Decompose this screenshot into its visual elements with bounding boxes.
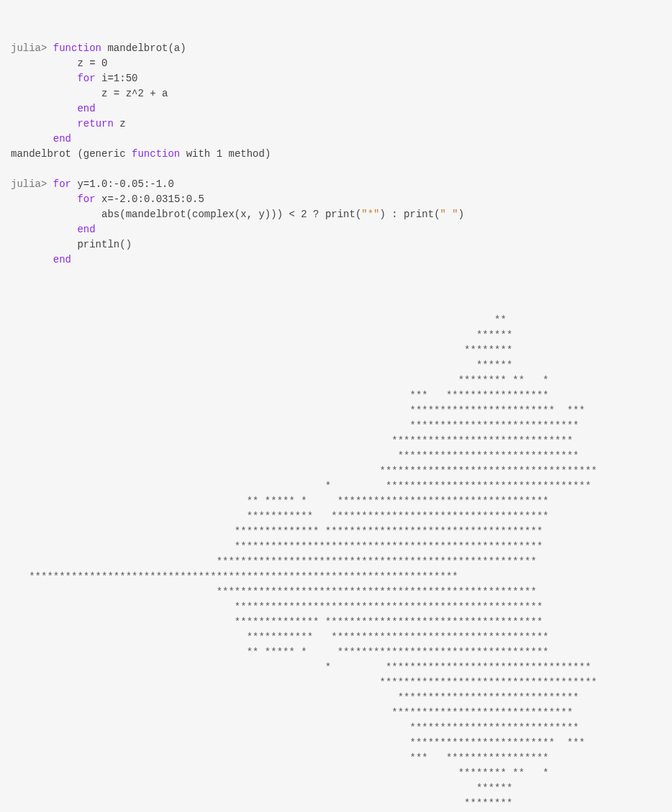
- number-literal: 0.5: [186, 193, 204, 205]
- string-literal: " ": [440, 209, 458, 220]
- keyword-function: function: [132, 148, 180, 160]
- code-block: julia> function mandelbrot(a) z = 0 for …: [11, 42, 597, 812]
- code-text: ? print(: [307, 209, 362, 220]
- code-text: z =: [11, 58, 101, 69]
- number-literal: 1: [217, 148, 222, 160]
- repl-prompt: julia>: [11, 42, 53, 54]
- code-text: x=-: [96, 193, 120, 205]
- code-text: :: [119, 73, 125, 84]
- code-text: :: [180, 193, 186, 205]
- result-text: method): [222, 148, 271, 160]
- code-text: abs(mandelbrot(complex(x, y))) <: [11, 209, 301, 220]
- code-text: [11, 103, 77, 114]
- keyword-end: end: [53, 254, 71, 265]
- number-literal: 0: [101, 58, 107, 69]
- code-text: [11, 224, 77, 235]
- code-text: [11, 73, 77, 84]
- keyword-for: for: [77, 73, 95, 84]
- code-text: y=: [71, 178, 89, 190]
- number-literal: 1.0: [156, 178, 174, 190]
- result-text: with: [180, 148, 216, 160]
- keyword-function: function: [53, 42, 101, 54]
- number-literal: 2.0: [119, 193, 137, 205]
- number-literal: 2: [137, 88, 143, 99]
- mandelbrot-output: ** ****** ********: [11, 314, 597, 812]
- number-literal: 0.05: [119, 178, 144, 190]
- code-text: :-: [107, 178, 119, 190]
- code-text: + a: [144, 88, 168, 99]
- code-text: ): [458, 209, 464, 220]
- code-text: println(): [11, 239, 132, 250]
- code-text: i=: [96, 73, 114, 84]
- code-text: z = z^: [11, 88, 137, 99]
- number-literal: 0.0315: [144, 193, 180, 205]
- code-text: :-: [144, 178, 156, 190]
- keyword-end: end: [53, 133, 71, 145]
- number-literal: 1: [114, 73, 119, 84]
- code-text: ) : print(: [380, 209, 440, 220]
- code-text: [11, 118, 77, 129]
- result-text: mandelbrot (generic: [11, 148, 132, 160]
- code-text: [11, 133, 53, 145]
- repl-prompt: julia>: [11, 178, 53, 190]
- code-text: mandelbrot(a): [101, 42, 186, 54]
- keyword-for: for: [77, 193, 95, 205]
- code-text: z: [114, 118, 126, 129]
- number-literal: 50: [126, 73, 138, 84]
- number-literal: 1.0: [89, 178, 107, 190]
- number-literal: 2: [301, 209, 307, 220]
- code-text: :: [137, 193, 143, 205]
- keyword-end: end: [77, 103, 95, 114]
- keyword-return: return: [77, 118, 113, 129]
- keyword-end: end: [77, 224, 95, 235]
- keyword-for: for: [53, 178, 71, 190]
- code-text: [11, 193, 77, 205]
- string-literal: "*": [361, 209, 379, 220]
- code-text: [11, 254, 53, 265]
